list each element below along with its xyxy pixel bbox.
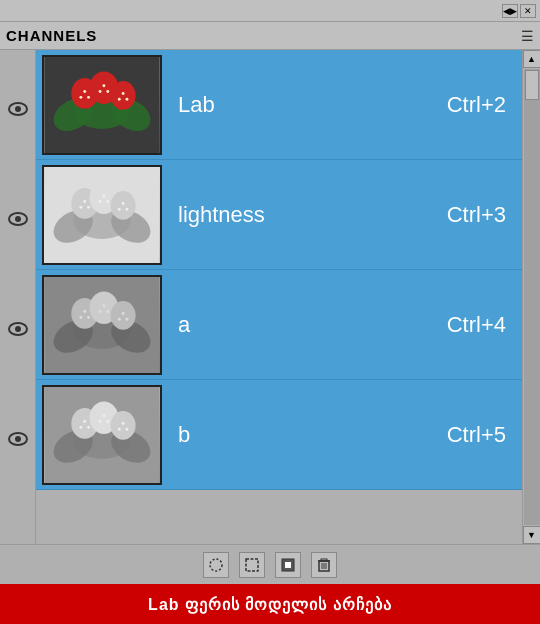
status-bar: Lab ფერის მოდელის არჩება: [0, 584, 540, 624]
svg-point-26: [102, 194, 105, 197]
svg-point-64: [210, 559, 222, 571]
svg-point-47: [126, 317, 129, 320]
svg-point-60: [99, 420, 102, 423]
panel-title: CHANNELS: [6, 27, 97, 44]
svg-point-54: [111, 411, 136, 440]
svg-point-6: [111, 81, 136, 110]
svg-point-30: [118, 207, 121, 210]
svg-rect-70: [321, 559, 327, 561]
channel-name-lab: Lab: [178, 92, 215, 118]
thumbnail-lab: [42, 55, 162, 155]
scroll-thumb[interactable]: [525, 70, 539, 100]
eye-b[interactable]: [0, 384, 36, 494]
svg-point-7: [83, 90, 86, 93]
channel-info-lightness: lightness Ctrl+3: [162, 202, 522, 228]
mask-icon: [280, 557, 296, 573]
svg-point-12: [99, 90, 102, 93]
svg-rect-67: [285, 562, 291, 568]
close-button[interactable]: ✕: [520, 4, 536, 18]
svg-point-46: [118, 317, 121, 320]
channel-row-lightness[interactable]: lightness Ctrl+3: [36, 160, 522, 270]
channel-shortcut-lightness: Ctrl+3: [447, 202, 506, 228]
svg-point-22: [111, 191, 136, 220]
svg-point-62: [118, 427, 121, 430]
svg-point-59: [106, 420, 109, 423]
svg-point-39: [83, 310, 86, 313]
visibility-icon-b: [8, 432, 28, 446]
svg-point-61: [122, 422, 125, 425]
svg-point-55: [83, 420, 86, 423]
svg-point-40: [87, 315, 90, 318]
restore-button[interactable]: ◀▶: [502, 4, 518, 18]
content-area: Lab Ctrl+2: [0, 50, 540, 544]
channels-panel: ◀▶ ✕ CHANNELS ☰: [0, 0, 540, 624]
svg-point-10: [102, 84, 105, 87]
svg-point-57: [79, 425, 82, 428]
thumbnail-b: [42, 385, 162, 485]
scrollbar: ▲ ▼: [522, 50, 540, 544]
channel-shortcut-lab: Ctrl+2: [447, 92, 506, 118]
svg-point-45: [122, 312, 125, 315]
svg-point-44: [99, 310, 102, 313]
svg-rect-65: [246, 559, 258, 571]
svg-point-13: [122, 92, 125, 95]
channel-name-lightness: lightness: [178, 202, 265, 228]
svg-point-31: [126, 207, 129, 210]
svg-point-38: [111, 301, 136, 330]
thumbnail-a: [42, 275, 162, 375]
svg-point-43: [106, 310, 109, 313]
channel-shortcut-a: Ctrl+4: [447, 312, 506, 338]
channel-info-lab: Lab Ctrl+2: [162, 92, 522, 118]
svg-point-41: [79, 315, 82, 318]
channel-info-a: a Ctrl+4: [162, 312, 522, 338]
visibility-icon-lab: [8, 102, 28, 116]
channel-row-lab[interactable]: Lab Ctrl+2: [36, 50, 522, 160]
svg-point-42: [102, 304, 105, 307]
selection-icon: [244, 557, 260, 573]
channel-name-a: a: [178, 312, 190, 338]
visibility-icon-a: [8, 322, 28, 336]
channel-list: Lab Ctrl+2: [36, 50, 522, 544]
status-text: Lab ფერის მოდელის არჩება: [148, 595, 392, 614]
svg-point-15: [126, 97, 129, 100]
channel-row-b[interactable]: b Ctrl+5: [36, 380, 522, 490]
eye-lightness[interactable]: [0, 164, 36, 274]
scroll-up-button[interactable]: ▲: [523, 50, 541, 68]
svg-point-8: [87, 95, 90, 98]
channel-row-a[interactable]: a Ctrl+4: [36, 270, 522, 380]
window-chrome: ◀▶ ✕: [0, 0, 540, 22]
scroll-track[interactable]: [524, 69, 540, 525]
svg-point-14: [118, 97, 121, 100]
visibility-icon-lightness: [8, 212, 28, 226]
svg-point-29: [122, 202, 125, 205]
title-bar-right: ☰: [521, 28, 534, 44]
svg-point-63: [126, 427, 129, 430]
dotted-circle-button[interactable]: [203, 552, 229, 578]
svg-point-25: [79, 205, 82, 208]
svg-point-23: [83, 200, 86, 203]
thumbnail-lightness: [42, 165, 162, 265]
panel-menu-icon[interactable]: ☰: [521, 28, 534, 44]
eye-a[interactable]: [0, 274, 36, 384]
svg-point-11: [106, 90, 109, 93]
eye-lab[interactable]: [0, 54, 36, 164]
svg-point-9: [79, 95, 82, 98]
trash-button[interactable]: [311, 552, 337, 578]
title-bar-left: CHANNELS: [6, 27, 97, 44]
selection-button[interactable]: [239, 552, 265, 578]
title-bar: CHANNELS ☰: [0, 22, 540, 50]
scroll-down-button[interactable]: ▼: [523, 526, 541, 544]
mask-button[interactable]: [275, 552, 301, 578]
svg-point-24: [87, 205, 90, 208]
left-gutter: [0, 50, 36, 544]
bottom-toolbar: [0, 544, 540, 584]
channel-name-b: b: [178, 422, 190, 448]
channel-info-b: b Ctrl+5: [162, 422, 522, 448]
trash-icon: [317, 557, 331, 573]
svg-point-58: [102, 414, 105, 417]
svg-point-27: [106, 200, 109, 203]
svg-point-56: [87, 425, 90, 428]
svg-point-28: [99, 200, 102, 203]
dotted-circle-icon: [208, 557, 224, 573]
channel-shortcut-b: Ctrl+5: [447, 422, 506, 448]
